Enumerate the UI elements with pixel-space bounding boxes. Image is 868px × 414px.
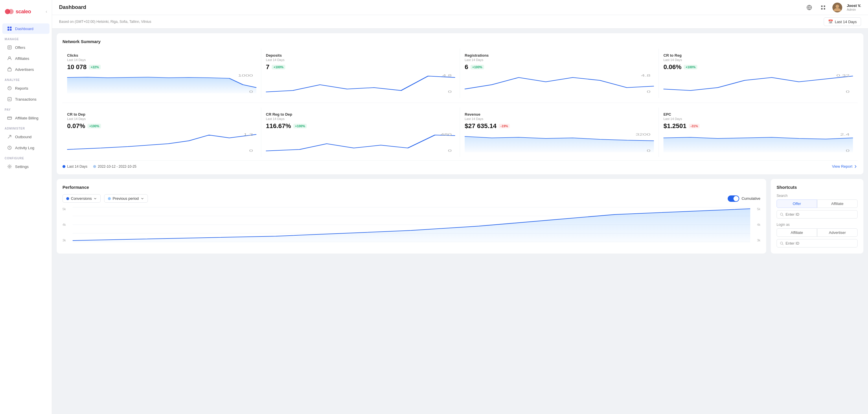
dashboard-icon — [7, 26, 12, 31]
search-tab-affiliate[interactable]: Affiliate — [817, 200, 858, 208]
login-tab-advertiser[interactable]: Advertiser — [817, 229, 858, 237]
svg-rect-4 — [7, 29, 9, 31]
bottom-row: Performance Conversions Previous period — [57, 179, 863, 253]
svg-rect-5 — [10, 29, 11, 31]
svg-text:1.2: 1.2 — [244, 133, 253, 136]
avatar[interactable] — [832, 3, 842, 12]
view-report-link[interactable]: View Report — [832, 164, 858, 169]
metric-cr-to-reg-value: 0.06% — [663, 63, 681, 71]
sidebar-item-offers[interactable]: Offers — [2, 42, 50, 53]
svg-text:0: 0 — [249, 149, 253, 152]
metric-selector-dropdown[interactable]: Conversions — [62, 194, 101, 203]
login-as-label: Login as — [777, 222, 858, 227]
affiliate-billing-icon — [7, 115, 12, 120]
svg-text:0: 0 — [846, 90, 849, 93]
sidebar-item-affiliate-billing[interactable]: Affiliate Billing — [2, 113, 50, 123]
network-summary-section: Network Summary Clicks Last 14 Days 10 0… — [57, 33, 863, 174]
metric-registrations-label: Registrations — [465, 53, 654, 58]
topbar-right: Joost V. Admin — [805, 3, 861, 12]
metric-dot — [66, 197, 69, 200]
svg-text:4.8: 4.8 — [442, 74, 452, 77]
metric-cr-reg-to-dep-value: 116.67% — [266, 122, 291, 130]
advertisers-icon — [7, 67, 12, 72]
sidebar-item-outbound[interactable]: Outbound — [2, 132, 50, 142]
transactions-icon — [7, 97, 12, 102]
metric-cr-to-reg-badge: +100% — [684, 65, 697, 69]
sidebar-item-reports[interactable]: Reports — [2, 83, 50, 93]
y-axis-right: 5k 4k 3k — [752, 207, 761, 242]
metric-epc-value: $1.2501 — [663, 122, 687, 130]
metric-cr-to-dep-value: 0.07% — [67, 122, 85, 130]
sidebar: scaleo ‹ Dashboard MANAGE Offers Affilia… — [0, 0, 52, 414]
search-tab-offer[interactable]: Offer — [777, 200, 817, 208]
metric-deposits-badge: +100% — [272, 65, 285, 69]
configure-section-label: CONFIGURE — [0, 153, 52, 161]
date-range-button[interactable]: 📅 Last 14 Days — [824, 18, 861, 26]
performance-controls: Conversions Previous period Cumulative — [62, 194, 761, 203]
metric-cr-to-dep-value-row: 0.07% +100% — [67, 122, 256, 130]
sidebar-item-dashboard[interactable]: Dashboard — [2, 24, 50, 34]
period-selector-dropdown[interactable]: Previous period — [104, 194, 148, 203]
metric-cr-reg-to-dep-value-row: 116.67% +100% — [266, 122, 455, 130]
reports-icon — [7, 85, 12, 91]
svg-text:1000: 1000 — [238, 74, 253, 77]
analyse-section-label: ANALYSE — [0, 75, 52, 83]
metric-clicks-chart: 1000 0 — [67, 73, 256, 93]
network-summary-title: Network Summary — [62, 39, 858, 44]
metric-clicks: Clicks Last 14 Days 10 078 +22% 1000 0 — [62, 48, 261, 98]
affiliates-icon — [7, 56, 12, 61]
search-tabs: Offer Affiliate — [777, 200, 858, 208]
timezone-text: Based on (GMT+02:00) Helsinki, Riga, Sof… — [59, 20, 151, 24]
chart-area — [73, 207, 750, 242]
date-range-label: Last 14 Days — [835, 20, 857, 24]
login-tabs: Affiliate Advertiser — [777, 229, 858, 237]
svg-text:0: 0 — [647, 149, 650, 152]
legend-dot-previous — [93, 165, 96, 168]
content-area: Based on (GMT+02:00) Helsinki, Riga, Sof… — [52, 15, 868, 414]
svg-text:0.32: 0.32 — [836, 74, 849, 77]
settings-icon — [7, 164, 12, 169]
metric-clicks-period: Last 14 Days — [67, 58, 256, 62]
performance-section: Performance Conversions Previous period — [57, 179, 766, 253]
metric-deposits-period: Last 14 Days — [266, 58, 455, 62]
sidebar-item-dashboard-label: Dashboard — [15, 27, 34, 31]
svg-rect-17 — [821, 8, 823, 9]
metric-deposits-value-row: 7 +100% — [266, 63, 455, 71]
sidebar-item-affiliates[interactable]: Affiliates — [2, 53, 50, 64]
subheader: Based on (GMT+02:00) Helsinki, Riga, Sof… — [52, 15, 868, 29]
outbound-icon — [7, 134, 12, 139]
page-title: Dashboard — [59, 4, 86, 10]
metric-registrations-value-row: 6 +100% — [465, 63, 654, 71]
logo-area: scaleo ‹ — [0, 5, 52, 23]
legend-current: Last 14 Days — [62, 165, 87, 169]
metric-epc-badge: -31% — [689, 124, 700, 128]
sidebar-item-advertisers[interactable]: Advertisers — [2, 64, 50, 75]
metric-epc-value-row: $1.2501 -31% — [663, 122, 853, 130]
y-label-4k-right: 4k — [752, 223, 761, 227]
metrics-grid-top: Clicks Last 14 Days 10 078 +22% 1000 0 — [62, 48, 858, 98]
login-tab-affiliate[interactable]: Affiliate — [777, 229, 817, 237]
metric-revenue-chart: 3200 0 — [465, 132, 654, 152]
svg-point-1 — [8, 9, 13, 14]
metric-cr-reg-to-dep-label: CR Reg to Dep — [266, 112, 455, 116]
grid-icon-button[interactable] — [818, 3, 828, 12]
search-icon-2 — [780, 241, 784, 245]
y-label-5k-right: 5k — [752, 207, 761, 211]
metric-registrations-period: Last 14 Days — [465, 58, 654, 62]
cumulative-toggle[interactable] — [728, 196, 739, 202]
search-id-input[interactable] — [785, 212, 855, 216]
chevron-down-icon — [93, 197, 97, 200]
login-id-input[interactable] — [785, 241, 855, 245]
metric-deposits-label: Deposits — [266, 53, 455, 58]
y-label-4k-left: 4k — [62, 223, 71, 227]
sidebar-item-activity-log-label: Activity Log — [15, 146, 34, 150]
user-name: Joost V. — [847, 3, 861, 8]
sidebar-item-settings[interactable]: Settings — [2, 161, 50, 172]
collapse-sidebar-button[interactable]: ‹ — [46, 9, 47, 14]
metric-cr-to-dep-badge: +100% — [87, 124, 101, 128]
globe-icon-button[interactable] — [805, 3, 814, 12]
sidebar-item-activity-log[interactable]: Activity Log — [2, 142, 50, 153]
svg-text:3200: 3200 — [636, 133, 650, 136]
metric-cr-to-reg-value-row: 0.06% +100% — [663, 63, 853, 71]
sidebar-item-transactions[interactable]: Transactions — [2, 94, 50, 104]
